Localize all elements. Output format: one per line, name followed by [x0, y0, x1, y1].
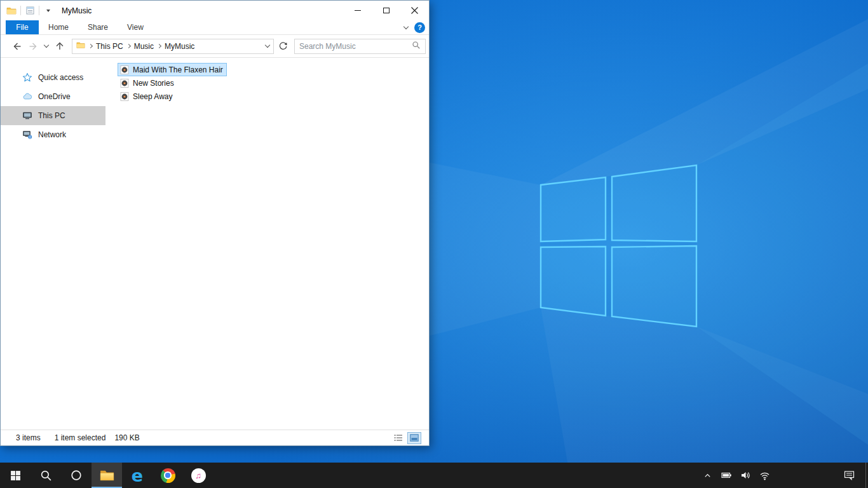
taskbar-search-button[interactable] [31, 463, 61, 488]
close-button[interactable] [400, 1, 429, 20]
navigation-bar: This PC Music MyMusic [1, 35, 429, 58]
address-bar[interactable]: This PC Music MyMusic [72, 39, 274, 54]
ribbon-tab-bar: File Home Share View ? [1, 20, 429, 35]
sidebar-item-label: OneDrive [38, 92, 71, 101]
action-center-button[interactable] [837, 463, 860, 488]
taskbar-file-explorer-button[interactable] [92, 463, 122, 488]
battery-icon [721, 471, 732, 480]
desktop: MyMusic File Home Share View ? [0, 0, 868, 488]
onedrive-cloud-icon [22, 92, 32, 102]
sidebar-item-label: Network [38, 130, 66, 139]
recent-locations-chevron[interactable] [41, 38, 51, 55]
chrome-button[interactable] [153, 463, 183, 488]
explorer-main: Quick access OneDrive This PC [1, 58, 429, 430]
chrome-icon [161, 468, 175, 483]
volume-button[interactable] [738, 466, 752, 484]
search-icon [40, 470, 52, 482]
breadcrumb-chevron-icon [126, 44, 131, 48]
properties-button[interactable] [24, 4, 36, 18]
sidebar-item-quick-access[interactable]: Quick access [1, 68, 105, 87]
sidebar-item-network[interactable]: Network [1, 125, 105, 144]
network-wifi-button[interactable] [757, 466, 771, 484]
audio-file-icon [119, 78, 130, 88]
breadcrumb-chevron-icon [157, 44, 161, 48]
navigation-pane: Quick access OneDrive This PC [1, 58, 105, 430]
chevron-up-icon [703, 471, 712, 480]
breadcrumb-this-pc[interactable]: This PC [96, 42, 123, 51]
sidebar-item-onedrive[interactable]: OneDrive [1, 87, 105, 106]
system-tray [700, 463, 771, 488]
hidden-icons-button[interactable] [700, 466, 714, 484]
cortana-button[interactable] [61, 463, 92, 488]
address-folder-icon [76, 41, 85, 52]
back-button[interactable] [8, 38, 25, 55]
sidebar-item-this-pc[interactable]: This PC [1, 106, 105, 125]
action-center-icon [844, 470, 855, 480]
audio-file-icon [119, 92, 130, 102]
toolbar-separator [39, 6, 39, 15]
file-explorer-window: MyMusic File Home Share View ? [0, 0, 430, 446]
tab-view[interactable]: View [118, 20, 153, 34]
this-pc-icon [22, 111, 32, 121]
file-item[interactable]: New Stories [118, 76, 178, 90]
minimize-button[interactable] [343, 1, 372, 20]
cortana-icon [71, 470, 82, 481]
window-title: MyMusic [62, 6, 92, 15]
file-list: Maid With The Flaxen Hair New Stories Sl… [105, 58, 429, 430]
forward-button[interactable] [25, 38, 41, 55]
edge-icon: e [132, 467, 143, 484]
itunes-icon: ♫ [191, 468, 206, 483]
address-dropdown-chevron[interactable] [266, 45, 269, 47]
search-icon [412, 41, 421, 52]
battery-button[interactable] [719, 466, 733, 484]
volume-icon [740, 470, 750, 480]
status-bar: 3 items 1 item selected 190 KB [1, 430, 429, 445]
selection-summary: 1 item selected [55, 433, 106, 442]
taskbar: e ♫ [0, 463, 868, 488]
up-button[interactable] [51, 38, 68, 55]
customize-toolbar-chevron[interactable] [43, 4, 54, 18]
items-count: 3 items [16, 433, 41, 442]
breadcrumb-music[interactable]: Music [134, 42, 154, 51]
wifi-icon [759, 471, 770, 480]
start-button[interactable] [0, 463, 31, 488]
sidebar-item-label: Quick access [38, 73, 83, 82]
show-desktop-button[interactable] [865, 463, 868, 488]
toolbar-separator [20, 6, 21, 15]
edge-button[interactable]: e [122, 463, 153, 488]
tab-home[interactable]: Home [39, 20, 78, 34]
search-input[interactable] [299, 42, 412, 51]
refresh-button[interactable] [275, 39, 290, 54]
file-name: Maid With The Flaxen Hair [133, 65, 223, 74]
expand-ribbon-chevron[interactable] [404, 27, 408, 29]
large-icons-view-button[interactable] [407, 432, 421, 444]
selection-size: 190 KB [114, 433, 139, 442]
file-name: Sleep Away [133, 92, 173, 101]
search-box [294, 39, 426, 54]
itunes-button[interactable]: ♫ [183, 463, 214, 488]
breadcrumb-mymusic[interactable]: MyMusic [165, 42, 194, 51]
details-view-button[interactable] [391, 432, 405, 444]
file-name: New Stories [133, 79, 174, 88]
quick-access-star-icon [22, 72, 32, 83]
tab-share[interactable]: Share [78, 20, 118, 34]
sidebar-item-label: This PC [38, 111, 65, 120]
network-icon [22, 130, 32, 140]
file-item[interactable]: Sleep Away [118, 90, 177, 103]
windows-start-icon [10, 470, 21, 481]
maximize-button[interactable] [372, 1, 400, 20]
window-folder-icon[interactable] [6, 4, 17, 18]
quick-access-toolbar [6, 4, 54, 18]
breadcrumb-chevron-icon [88, 44, 93, 48]
title-bar: MyMusic [1, 1, 429, 20]
file-explorer-icon [99, 467, 115, 483]
help-button[interactable]: ? [414, 22, 425, 33]
tab-file[interactable]: File [6, 20, 39, 34]
audio-file-icon [119, 65, 130, 75]
file-item[interactable]: Maid With The Flaxen Hair [118, 63, 227, 76]
